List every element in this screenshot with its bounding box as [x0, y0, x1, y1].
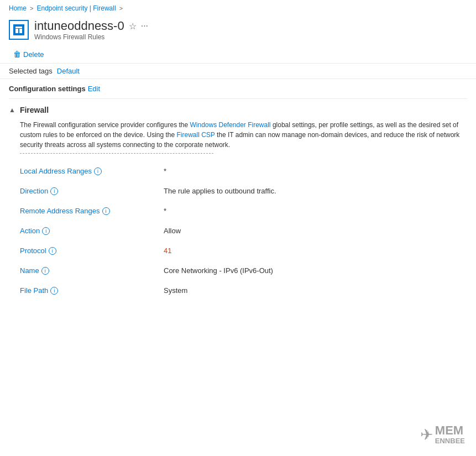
settings-value-2: *: [164, 207, 456, 215]
settings-row: Protocoli41: [20, 242, 456, 262]
delete-label: Delete: [23, 50, 44, 59]
watermark-ennbee: ENNBEE: [435, 437, 465, 445]
desc-link2[interactable]: Firewall CSP: [177, 131, 215, 139]
desc-link1[interactable]: Windows Defender Firewall: [190, 121, 270, 129]
settings-label-0: Local Address Rangesi: [20, 167, 164, 175]
page-title-block: intuneoddness-0 ☆ ··· Windows Firewall R…: [34, 19, 148, 41]
firewall-section: ▲ Firewall The Firewall configuration se…: [0, 99, 476, 302]
firewall-group-header: ▲ Firewall: [9, 106, 467, 114]
settings-value-0: *: [164, 167, 456, 175]
tags-label: Selected tags: [9, 67, 53, 75]
settings-label-text: Protocol: [20, 247, 46, 255]
breadcrumb-sep1: >: [30, 5, 33, 12]
settings-row: DirectioniThe rule applies to outbound t…: [20, 182, 456, 202]
delete-button[interactable]: 🗑 Delete: [9, 48, 49, 61]
settings-label-text: Direction: [20, 187, 48, 195]
settings-label-text: Action: [20, 227, 40, 235]
info-icon[interactable]: i: [49, 247, 56, 255]
settings-row: Remote Address Rangesi*: [20, 202, 456, 222]
policy-icon: [9, 20, 29, 40]
page-subtitle: Windows Firewall Rules: [34, 33, 148, 41]
info-icon[interactable]: i: [41, 267, 49, 275]
settings-label-5: Namei: [20, 266, 164, 275]
delete-icon: 🗑: [13, 50, 21, 59]
settings-label-text: Remote Address Ranges: [20, 207, 100, 215]
breadcrumb-endpoint-security[interactable]: Endpoint security | Firewall: [36, 4, 116, 12]
settings-label-2: Remote Address Rangesi: [20, 207, 164, 215]
edit-link[interactable]: Edit: [88, 85, 100, 93]
settings-label-4: Protocoli: [20, 247, 164, 255]
svg-rect-1: [15, 29, 18, 33]
settings-label-text: Name: [20, 266, 39, 275]
settings-value-1: The rule applies to outbound traffic.: [164, 187, 456, 195]
watermark-mem: MEM: [435, 424, 465, 437]
settings-label-text: File Path: [20, 286, 48, 295]
firewall-description: The Firewall configuration service provi…: [9, 120, 467, 150]
info-icon[interactable]: i: [50, 187, 58, 195]
breadcrumb-home[interactable]: Home: [9, 4, 27, 12]
settings-label-3: Actioni: [20, 227, 164, 235]
info-icon[interactable]: i: [42, 227, 50, 235]
favorite-icon[interactable]: ☆: [129, 21, 137, 32]
settings-value-6: System: [164, 286, 456, 295]
watermark-logo: ✈ MEM ENNBEE: [420, 424, 465, 445]
svg-rect-0: [15, 27, 22, 28]
page-header: intuneoddness-0 ☆ ··· Windows Firewall R…: [0, 17, 476, 45]
watermark-text-block: MEM ENNBEE: [435, 424, 465, 445]
tags-row: Selected tags Default: [0, 64, 476, 79]
settings-label-text: Local Address Ranges: [20, 167, 92, 175]
settings-row: ActioniAllow: [20, 222, 456, 242]
settings-row: Local Address Rangesi*: [20, 163, 456, 182]
watermark: ✈ MEM ENNBEE: [420, 424, 465, 445]
watermark-plane-icon: ✈: [420, 426, 433, 444]
more-options-icon[interactable]: ···: [141, 21, 148, 31]
config-section-title: Configuration settings: [9, 85, 86, 93]
info-icon[interactable]: i: [50, 287, 58, 295]
settings-row: File PathiSystem: [20, 282, 456, 302]
svg-rect-2: [19, 29, 22, 33]
settings-label-1: Directioni: [20, 187, 164, 195]
tags-value: Default: [57, 67, 80, 75]
info-icon[interactable]: i: [94, 167, 102, 175]
settings-row: NameiCore Networking - IPv6 (IPv6-Out): [20, 262, 456, 282]
dashed-separator: [20, 153, 213, 154]
toolbar: 🗑 Delete: [0, 45, 476, 64]
settings-value-3: Allow: [164, 227, 456, 235]
info-icon[interactable]: i: [102, 207, 110, 215]
shield-icon: [15, 26, 23, 34]
desc-before-link1: The Firewall configuration service provi…: [20, 121, 190, 129]
policy-icon-inner: [13, 24, 24, 35]
firewall-group-title: Firewall: [20, 106, 49, 114]
settings-table: Local Address Rangesi*DirectioniThe rule…: [9, 163, 467, 302]
settings-label-6: File Pathi: [20, 286, 164, 295]
settings-value-5: Core Networking - IPv6 (IPv6-Out): [164, 266, 456, 275]
settings-value-4: 41: [164, 247, 456, 255]
page-title: intuneoddness-0: [34, 19, 124, 33]
breadcrumb: Home > Endpoint security | Firewall >: [0, 0, 476, 17]
breadcrumb-sep2: >: [119, 5, 123, 12]
config-section-header: Configuration settings Edit: [0, 79, 476, 98]
collapse-icon[interactable]: ▲: [9, 106, 15, 114]
